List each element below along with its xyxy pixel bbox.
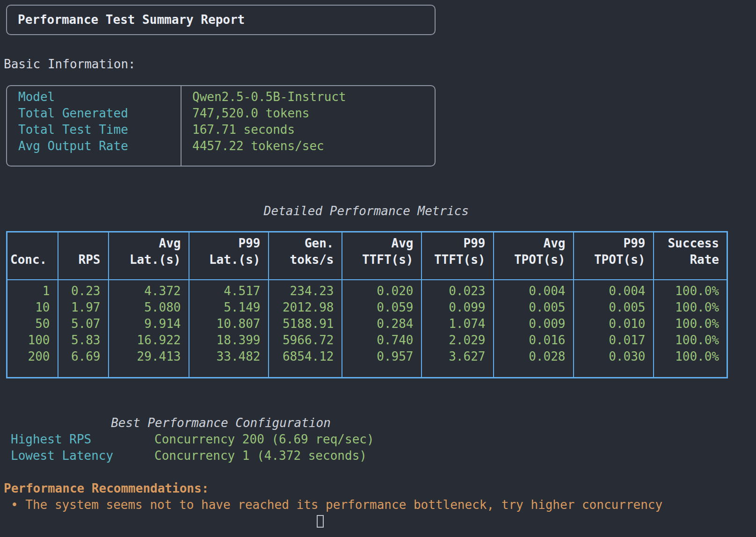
info-value: 747,520.0 tokens (192, 105, 435, 122)
best-config-title: Best Performance Configuration (6, 415, 436, 431)
info-label: Model (18, 89, 181, 105)
metrics-cell: 0.020 (342, 280, 422, 299)
metrics-cell: 5188.91 (269, 316, 342, 332)
info-label: Total Test Time (18, 122, 181, 138)
metrics-column-header: Avg TTFT(s) (342, 232, 422, 280)
metrics-cell: 100 (7, 332, 58, 348)
terminal-cursor (317, 515, 324, 528)
metrics-cell: 2.029 (422, 332, 494, 348)
info-label: Total Generated (18, 105, 181, 122)
metrics-cell: 0.059 (342, 299, 422, 316)
metrics-cell: 0.009 (494, 316, 574, 332)
metrics-cell: 0.23 (58, 280, 109, 299)
metrics-cell: 9.914 (109, 316, 189, 332)
metrics-cell: 100.0% (654, 280, 727, 299)
metrics-cell: 100.0% (654, 316, 727, 332)
metrics-cell: 0.010 (574, 316, 654, 332)
metrics-cell: 0.740 (342, 332, 422, 348)
metrics-body: 10.234.3724.517234.230.0200.0230.0040.00… (7, 280, 727, 378)
metrics-cell: 3.627 (422, 348, 494, 378)
metrics-cell: 50 (7, 316, 58, 332)
config-label: Lowest Latency (11, 448, 154, 464)
metrics-cell: 0.005 (574, 299, 654, 316)
metrics-column-header: Conc. (7, 232, 58, 280)
basic-info-values: Qwen2.5-0.5B-Instruct747,520.0 tokens167… (182, 86, 435, 166)
metrics-cell: 100.0% (654, 332, 727, 348)
config-value: Concurrency 200 (6.69 req/sec) (154, 431, 374, 448)
metrics-row: 1005.8316.92218.3995966.720.7402.0290.01… (7, 332, 727, 348)
metrics-table: Conc.RPSAvg Lat.(s)P99 Lat.(s)Gen. toks/… (6, 231, 728, 378)
info-value: 4457.22 tokens/sec (192, 138, 435, 154)
metrics-column-header: Avg Lat.(s) (109, 232, 189, 280)
metrics-cell: 4.372 (109, 280, 189, 299)
metrics-row: 505.079.91410.8075188.910.2841.0740.0090… (7, 316, 727, 332)
metrics-column-header: P99 Lat.(s) (189, 232, 269, 280)
metrics-cell: 100.0% (654, 348, 727, 378)
metrics-column-header: Gen. toks/s (269, 232, 342, 280)
metrics-cell: 0.284 (342, 316, 422, 332)
metrics-cell: 0.004 (574, 280, 654, 299)
recommendation-item: • The system seems not to have reached i… (11, 497, 662, 513)
metrics-column-header: RPS (58, 232, 109, 280)
metrics-cell: 6.69 (58, 348, 109, 378)
metrics-column-header: Success Rate (654, 232, 727, 280)
info-label: Avg Output Rate (18, 138, 181, 154)
metrics-column-header: P99 TPOT(s) (574, 232, 654, 280)
config-label: Highest RPS (11, 431, 154, 448)
metrics-title: Detailed Performance Metrics (6, 203, 727, 219)
metrics-cell: 0.099 (422, 299, 494, 316)
metrics-cell: 10.807 (189, 316, 269, 332)
report-title-box: Performance Test Summary Report (6, 5, 436, 35)
metrics-cell: 4.517 (189, 280, 269, 299)
metrics-cell: 1.97 (58, 299, 109, 316)
metrics-cell: 2012.98 (269, 299, 342, 316)
metrics-cell: 5.07 (58, 316, 109, 332)
metrics-column-header: Avg TPOT(s) (494, 232, 574, 280)
report-title: Performance Test Summary Report (18, 12, 245, 28)
metrics-cell: 6854.12 (269, 348, 342, 378)
basic-info-heading: Basic Information: (4, 56, 136, 73)
metrics-cell: 5.149 (189, 299, 269, 316)
metrics-cell: 16.922 (109, 332, 189, 348)
metrics-row: 10.234.3724.517234.230.0200.0230.0040.00… (7, 280, 727, 299)
metrics-cell: 0.028 (494, 348, 574, 378)
metrics-column-header: P99 TTFT(s) (422, 232, 494, 280)
metrics-cell: 0.004 (494, 280, 574, 299)
metrics-cell: 5.080 (109, 299, 189, 316)
metrics-cell: 234.23 (269, 280, 342, 299)
metrics-cell: 18.399 (189, 332, 269, 348)
metrics-cell: 0.017 (574, 332, 654, 348)
metrics-cell: 0.016 (494, 332, 574, 348)
basic-info-box: ModelTotal GeneratedTotal Test TimeAvg O… (6, 85, 436, 167)
recommendations-heading: Performance Recommendations: (4, 480, 209, 497)
metrics-cell: 1 (7, 280, 58, 299)
recommendations-list: • The system seems not to have reached i… (11, 497, 662, 513)
metrics-cell: 5.83 (58, 332, 109, 348)
metrics-cell: 0.957 (342, 348, 422, 378)
metrics-header-row: Conc.RPSAvg Lat.(s)P99 Lat.(s)Gen. toks/… (7, 232, 727, 280)
metrics-cell: 200 (7, 348, 58, 378)
metrics-cell: 0.030 (574, 348, 654, 378)
info-value: Qwen2.5-0.5B-Instruct (192, 89, 435, 105)
metrics-cell: 0.023 (422, 280, 494, 299)
metrics-row: 101.975.0805.1492012.980.0590.0990.0050.… (7, 299, 727, 316)
metrics-cell: 0.005 (494, 299, 574, 316)
metrics-cell: 100.0% (654, 299, 727, 316)
metrics-cell: 29.413 (109, 348, 189, 378)
info-value: 167.71 seconds (192, 122, 435, 138)
metrics-cell: 33.482 (189, 348, 269, 378)
metrics-cell: 1.074 (422, 316, 494, 332)
config-value: Concurrency 1 (4.372 seconds) (154, 448, 374, 464)
metrics-cell: 10 (7, 299, 58, 316)
metrics-row: 2006.6929.41333.4826854.120.9573.6270.02… (7, 348, 727, 378)
basic-info-labels: ModelTotal GeneratedTotal Test TimeAvg O… (7, 86, 182, 166)
best-config-rows: Highest RPSConcurrency 200 (6.69 req/sec… (11, 431, 374, 464)
metrics-cell: 5966.72 (269, 332, 342, 348)
